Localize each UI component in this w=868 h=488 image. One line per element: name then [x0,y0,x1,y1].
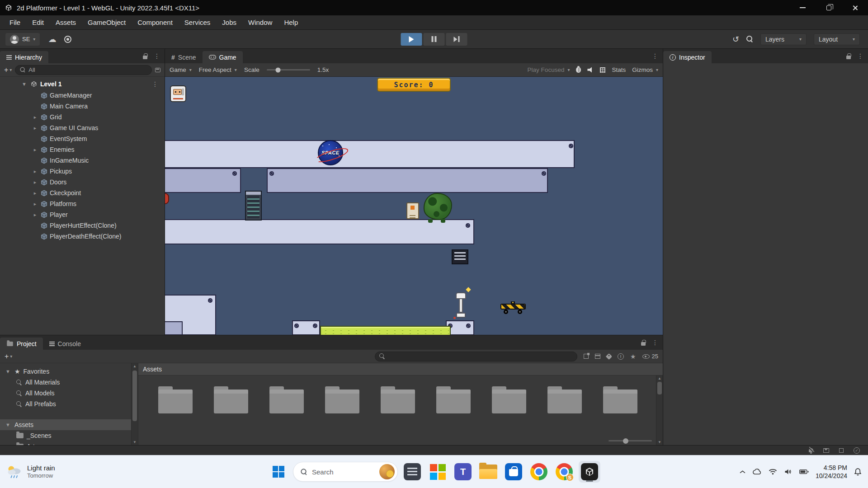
panel-options-icon[interactable]: ⋮ [652,53,658,59]
tray-chevron-up-icon[interactable] [740,470,745,474]
menu-assets[interactable]: Assets [50,15,82,29]
search-everywhere-button[interactable] [746,36,753,42]
wifi-icon[interactable] [769,469,777,475]
assets-root-row[interactable]: ▼ Assets [0,419,138,430]
asset-folder[interactable] [269,386,304,413]
panel-options-icon[interactable]: ⋮ [857,53,863,59]
taskbar-app-unity[interactable] [579,461,600,483]
scale-slider-knob[interactable] [275,67,280,72]
hierarchy-item[interactable]: InGameMusic [0,155,165,166]
hierarchy-item[interactable]: ▸Pickups [0,166,165,177]
expand-arrow-icon[interactable]: ▸ [32,125,38,131]
step-button[interactable] [446,33,467,46]
vsync-grid-icon[interactable] [600,67,605,73]
menu-file[interactable]: File [4,15,26,29]
expand-arrow-icon[interactable]: ▸ [32,179,38,185]
expand-arrow-icon[interactable]: ▸ [32,212,38,218]
taskbar-app-chrome-profile[interactable]: S [553,461,575,483]
menu-window[interactable]: Window [242,15,278,29]
create-object-button[interactable]: +▾ [4,66,12,74]
tab-project[interactable]: Project [0,338,43,350]
hierarchy-item[interactable]: GameManager [0,90,165,101]
hierarchy-item[interactable]: ▸Enemies [0,144,165,155]
scroll-down-icon[interactable]: ▼ [656,440,663,444]
play-button[interactable] [401,33,422,46]
open-search-window-icon[interactable] [584,354,589,359]
taskbar-app-chrome[interactable] [528,461,550,483]
favorite-item[interactable]: All Prefabs [0,399,138,409]
taskbar-app-notepad[interactable] [401,461,423,483]
cache-server-icon[interactable] [839,448,844,453]
asset-folder[interactable] [214,386,248,413]
close-button[interactable] [842,0,868,15]
favorite-item[interactable]: All Models [0,388,138,399]
stats-toggle[interactable]: Stats [612,66,626,73]
asset-folder[interactable] [381,386,415,413]
importer-warning-icon[interactable]: ! [618,353,624,360]
lock-icon[interactable] [143,56,147,59]
tab-console[interactable]: Console [43,338,87,350]
hierarchy-item[interactable]: ▸Doors [0,177,165,188]
menu-help[interactable]: Help [278,15,304,29]
scrollbar-thumb[interactable] [132,371,137,421]
undo-history-button[interactable]: ↺ [732,35,739,43]
project-tree-scrollbar[interactable]: ▲ ▼ [131,363,138,445]
icon-size-knob[interactable] [623,438,628,444]
hierarchy-item[interactable]: Main Camera [0,101,165,112]
asset-grid-scrollbar[interactable]: ▲ ▼ [656,375,663,445]
icon-size-slider[interactable] [609,440,652,441]
display-dropdown[interactable]: Game ▾ [170,66,192,73]
favorite-item[interactable]: All Materials [0,377,138,388]
label-filter-icon[interactable] [606,353,612,359]
notifications-muted-icon[interactable] [809,448,813,452]
account-dropdown[interactable]: SE ▾ [5,33,40,46]
play-focused-dropdown[interactable]: Play Focused ▾ [528,66,570,73]
scene-root-row[interactable]: ▼ Level 1 ⋮ [0,78,165,90]
version-control-button[interactable] [64,36,71,43]
hierarchy-search-input[interactable] [28,66,147,73]
menu-services[interactable]: Services [179,15,217,29]
gizmos-dropdown[interactable]: Gizmos ▾ [632,66,658,73]
onedrive-icon[interactable] [752,469,762,475]
weather-widget[interactable]: Light rain Tomorrow [0,464,55,480]
collapse-arrow-icon[interactable]: ▼ [21,81,28,87]
project-tree-folder[interactable]: _Scenes [0,430,138,441]
taskbar-app-teams[interactable]: T [452,461,474,483]
hierarchy-item[interactable]: ▸Player [0,209,165,220]
taskbar-app-file-explorer[interactable] [477,461,499,483]
hierarchy-item[interactable]: EventSystem [0,133,165,144]
notification-bell-icon[interactable] [854,468,862,476]
restore-button[interactable] [816,0,842,15]
layers-dropdown[interactable]: Layers ▾ [760,33,807,45]
collapse-arrow-icon[interactable]: ▼ [5,369,11,374]
minimize-button[interactable] [789,0,816,15]
asset-folder[interactable] [158,386,193,413]
hierarchy-item[interactable]: ▸Game UI Canvas [0,122,165,133]
search-options-icon[interactable] [155,68,160,72]
cloud-services-button[interactable]: ☁ [48,35,56,43]
hierarchy-item[interactable]: PlayerHurtEffect(Clone) [0,220,165,231]
taskbar-app-microsoft365[interactable] [427,461,448,483]
aspect-dropdown[interactable]: Free Aspect ▾ [199,66,237,73]
tab-game[interactable]: Game [203,51,243,63]
hierarchy-item[interactable]: PlayerDeathEffect(Clone) [0,231,165,242]
project-search-field[interactable] [375,352,577,361]
scroll-up-icon[interactable]: ▲ [656,376,663,380]
menu-jobs[interactable]: Jobs [216,15,242,29]
debug-bug-icon[interactable] [576,67,581,73]
tab-scene[interactable]: # Scene [165,51,203,63]
asset-folder[interactable] [325,386,359,413]
hierarchy-item[interactable]: ▸Ckeckpoint [0,188,165,198]
hierarchy-item[interactable]: ▸Platforms [0,198,165,209]
panel-options-icon[interactable]: ⋮ [154,53,160,59]
asset-folder[interactable] [436,386,471,413]
mute-audio-icon[interactable] [587,67,594,73]
volume-icon[interactable] [784,469,793,475]
scroll-up-icon[interactable]: ▲ [132,364,138,368]
game-viewport[interactable]: Score: 0 [165,77,663,335]
expand-arrow-icon[interactable]: ▸ [32,114,38,120]
start-button[interactable] [268,461,289,483]
tab-inspector[interactable]: i Inspector [663,51,712,63]
create-asset-button[interactable]: +▾ [5,352,12,361]
hierarchy-search-field[interactable] [15,65,152,75]
